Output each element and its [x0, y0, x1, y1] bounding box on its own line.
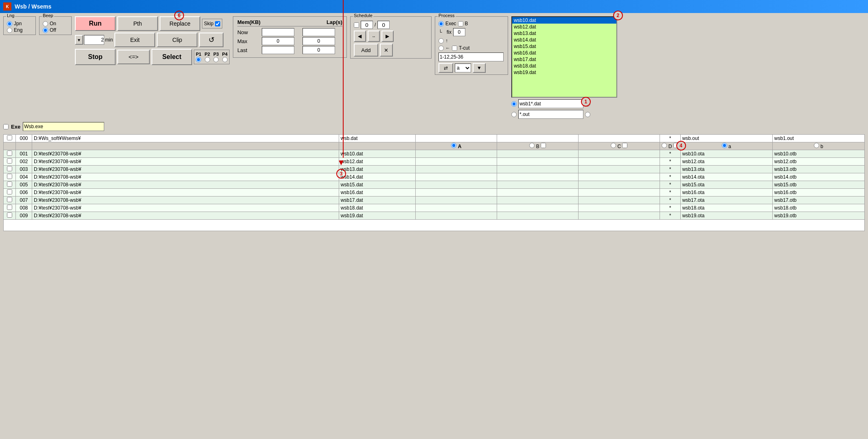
fix-val-input[interactable]: [453, 28, 465, 36]
file-list-item-0[interactable]: wsb10.dat: [512, 17, 616, 24]
row-col-a-cell: [416, 197, 497, 204]
row-checkbox[interactable]: [7, 189, 12, 194]
filter2-radio-b[interactable]: [585, 112, 590, 117]
schedule-prev-btn[interactable]: ◀: [354, 31, 366, 42]
spin-down-btn[interactable]: ▼: [75, 35, 83, 45]
filter1-input[interactable]: [518, 99, 583, 108]
range-input[interactable]: [438, 52, 504, 61]
schedule-jump-btn[interactable]: ↔: [368, 31, 380, 42]
table-body: 001 D:¥test¥230708-wsb¥ wsb10.dat * wsb1…: [4, 150, 865, 231]
file-list-item-1[interactable]: wsb12.dat: [512, 24, 616, 30]
row-col-a-cell: [416, 181, 497, 189]
col-d-radio[interactable]: [662, 143, 667, 148]
row-checkbox[interactable]: [7, 205, 12, 210]
max-lap-input[interactable]: [302, 37, 335, 45]
row-dat-cell: wsb10.dat: [339, 150, 415, 158]
last-mem-input[interactable]: [262, 46, 294, 54]
file-list-item-4[interactable]: wsb15.dat: [512, 43, 616, 50]
tcut-checkbox[interactable]: [452, 46, 457, 51]
proc-up-radio[interactable]: [438, 38, 444, 44]
row-checkbox[interactable]: [7, 151, 12, 156]
file-list-item-3[interactable]: wsb14.dat: [512, 37, 616, 43]
x-button[interactable]: ✕: [380, 44, 393, 57]
file-list-item-5[interactable]: wsb16.dat: [512, 50, 616, 56]
row-num-cell: 005: [16, 181, 32, 189]
row-checkbox[interactable]: [7, 158, 12, 164]
exec-radio[interactable]: [438, 21, 444, 26]
col-header-row: A B C D 4 a: [4, 142, 865, 150]
exe-input[interactable]: [23, 122, 104, 131]
file-list-item-6[interactable]: wsb17.dat: [512, 56, 616, 63]
beep-on-radio[interactable]: [43, 21, 48, 26]
row000-checkbox[interactable]: [7, 135, 12, 140]
row-col-b-cell: [497, 166, 579, 173]
row-path-cell: D:¥test¥230708-wsb¥: [32, 158, 339, 166]
exe-checkbox[interactable]: [3, 124, 9, 129]
lng-jpn-radio[interactable]: [7, 21, 12, 26]
main-content: Lng Jpn Eng Beep On: [0, 13, 868, 426]
hdr-b-out-cell: b: [772, 142, 864, 150]
exe-label: Exe: [11, 124, 20, 130]
row-ast-cell: *: [660, 150, 680, 158]
now-mem-input[interactable]: [262, 28, 294, 36]
now-lap-input[interactable]: [302, 28, 335, 36]
row-ast-cell: *: [660, 197, 680, 204]
schedule-val2[interactable]: [377, 21, 390, 29]
row-checkbox[interactable]: [7, 181, 12, 187]
row-checkbox[interactable]: [7, 166, 12, 171]
lng-eng-radio[interactable]: [7, 28, 12, 33]
proc-left-radio[interactable]: [438, 46, 444, 51]
last-lap-input[interactable]: [302, 46, 335, 54]
schedule-val1[interactable]: [361, 21, 373, 29]
row-outa-cell: wsb16.ota: [680, 189, 772, 197]
pth-button[interactable]: Pth: [117, 16, 158, 31]
p4-radio[interactable]: [222, 57, 228, 62]
col-c-check[interactable]: [622, 143, 627, 148]
out-a-radio[interactable]: [722, 143, 727, 148]
swap-down-btn[interactable]: ▼: [473, 63, 486, 73]
exit-button[interactable]: Exit: [114, 33, 155, 47]
exec-b-checkbox[interactable]: [458, 21, 463, 26]
tcut-label: T-cut: [459, 45, 470, 51]
arrows-button[interactable]: <=>: [117, 50, 150, 64]
row-checkbox[interactable]: [7, 174, 12, 179]
file-list-item-8[interactable]: wsb19.dat: [512, 69, 616, 76]
spin-input[interactable]: [84, 35, 104, 45]
run-button[interactable]: Run: [75, 16, 116, 31]
clip-button[interactable]: Clip: [157, 33, 197, 47]
swap-button[interactable]: ⇄: [438, 63, 453, 73]
hdr-empty1: [4, 142, 16, 150]
filter1-radio[interactable]: [511, 101, 517, 107]
row-checkbox[interactable]: [7, 212, 12, 218]
col-c-radio[interactable]: [611, 143, 616, 148]
stop-button[interactable]: Stop: [75, 49, 116, 65]
beep-off-radio[interactable]: [43, 28, 48, 33]
p2-radio[interactable]: [205, 57, 210, 62]
col-b-radio[interactable]: [529, 143, 535, 148]
filter2-input[interactable]: [518, 110, 583, 119]
p1-radio[interactable]: [196, 57, 201, 62]
beep-on-label: On: [50, 21, 56, 26]
skip-checkbox[interactable]: [215, 21, 220, 26]
file-list-item-7[interactable]: wsb18.dat: [512, 63, 616, 69]
add-button[interactable]: Add: [354, 44, 378, 57]
out-b-radio[interactable]: [814, 143, 819, 148]
hdr-b-radio-wrap: B: [529, 144, 546, 149]
btn-row-1: Run Pth 6 Replace Skip: [75, 16, 230, 31]
schedule-next-btn[interactable]: ▶: [381, 31, 394, 42]
filter2-radio[interactable]: [511, 112, 517, 117]
row-checkbox[interactable]: [7, 197, 12, 202]
col-b-check[interactable]: [541, 143, 546, 148]
schedule-checkbox[interactable]: [354, 22, 359, 28]
file-list-item-2[interactable]: wsb13.dat: [512, 30, 616, 37]
p3-radio[interactable]: [213, 57, 219, 62]
row-col-c-cell: [579, 204, 660, 212]
reset-button[interactable]: ↺: [199, 33, 224, 47]
row-num-cell: 004: [16, 173, 32, 181]
swap-select[interactable]: a b: [455, 63, 471, 72]
file-list[interactable]: wsb10.dat wsb12.dat wsb13.dat wsb14.dat …: [511, 16, 617, 98]
col-a-radio[interactable]: [451, 143, 456, 148]
select-button[interactable]: Select: [151, 49, 192, 65]
max-mem-input[interactable]: [262, 37, 294, 45]
row-col-a-cell: [416, 166, 497, 173]
